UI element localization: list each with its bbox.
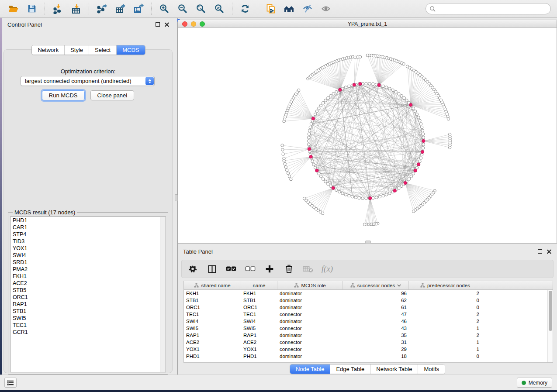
destroy-table-button[interactable] xyxy=(302,262,314,275)
table-cell: RAP1 xyxy=(241,333,277,338)
list-item[interactable]: ORC1 xyxy=(10,294,166,301)
tab-network[interactable]: Network xyxy=(32,45,65,55)
table-cell: YOX1 xyxy=(241,347,277,352)
list-item[interactable]: STB1 xyxy=(10,308,166,315)
optimization-criterion-select[interactable]: largest connected component (undirected) xyxy=(21,76,155,86)
add-column-button[interactable] xyxy=(264,262,275,275)
deselect-all-rows-button[interactable] xyxy=(245,262,256,275)
tab-motifs[interactable]: Motifs xyxy=(418,364,445,374)
list-item[interactable]: TID3 xyxy=(10,238,166,245)
list-item[interactable]: STP4 xyxy=(10,231,166,238)
column-header-successor-nodes[interactable]: successor nodes xyxy=(343,281,409,289)
zoom-selected-button[interactable] xyxy=(211,1,227,16)
sort-chevron-icon xyxy=(397,284,401,287)
close-panel-icon[interactable] xyxy=(164,22,170,27)
show-details-button[interactable] xyxy=(318,1,334,16)
show-panels-menu-button[interactable] xyxy=(4,378,17,388)
clone-network-button[interactable] xyxy=(263,1,279,16)
column-namespace-icon xyxy=(194,283,199,288)
list-item[interactable]: ACE2 xyxy=(10,280,166,287)
vertical-splitter[interactable] xyxy=(175,18,178,375)
tab-select[interactable]: Select xyxy=(89,45,117,55)
save-icon xyxy=(27,4,37,14)
show-column-pane-button[interactable] xyxy=(206,262,218,275)
search-input[interactable] xyxy=(436,4,550,13)
list-item[interactable]: SWI5 xyxy=(10,315,166,322)
mcds-result-list[interactable]: PHD1CAR1STP4TID3YOX1SWI4SRD1PMA2FKH1ACE2… xyxy=(10,217,166,372)
mcds-result-group: MCDS result (17 nodes) PHD1CAR1STP4TID3Y… xyxy=(8,212,168,375)
refresh-button[interactable] xyxy=(237,1,253,16)
binoculars-button[interactable] xyxy=(281,1,297,16)
table-cell: 96 xyxy=(343,291,409,296)
export-network-button[interactable] xyxy=(94,1,110,16)
list-item[interactable]: CAR1 xyxy=(10,224,166,231)
table-row[interactable]: PHD1PHD1dominator180 xyxy=(184,353,553,360)
table-row[interactable]: TEC1TEC1connector472 xyxy=(184,311,553,318)
network-window-titlebar[interactable]: YPA_prune.txt_1 xyxy=(178,20,557,28)
float-window-icon[interactable] xyxy=(156,22,160,27)
list-item[interactable]: SRD1 xyxy=(10,259,166,266)
open-folder-button[interactable] xyxy=(6,1,21,16)
table-cell: 31 xyxy=(343,340,409,345)
zoom-fit-button[interactable] xyxy=(193,1,209,16)
network-view-window: YPA_prune.txt_1 xyxy=(178,20,557,244)
network-canvas[interactable] xyxy=(178,28,557,243)
close-panel-icon[interactable] xyxy=(547,249,552,254)
table-scrollbar-thumb[interactable] xyxy=(549,291,552,331)
run-mcds-button[interactable]: Run MCDS xyxy=(42,90,85,100)
list-item[interactable]: PMA2 xyxy=(10,266,166,273)
table-row[interactable]: RAP1RAP1dominator352 xyxy=(184,332,553,339)
list-item[interactable]: STB5 xyxy=(10,287,166,294)
list-item[interactable]: PHD1 xyxy=(10,217,166,224)
tab-mcds[interactable]: MCDS xyxy=(117,45,145,55)
import-table-button[interactable] xyxy=(68,1,84,16)
list-item[interactable]: GCR1 xyxy=(10,329,166,336)
list-item[interactable]: RAP1 xyxy=(10,301,166,308)
float-window-icon[interactable] xyxy=(538,249,542,254)
destroy-table-icon xyxy=(303,265,313,273)
save-button[interactable] xyxy=(24,1,40,16)
table-row[interactable]: SWI4SWI4dominator462 xyxy=(184,318,553,325)
table-row[interactable]: ORC1ORC1dominator610 xyxy=(184,304,553,311)
toolbar-separator xyxy=(258,3,258,15)
hide-graphics-details-button[interactable] xyxy=(300,1,315,16)
delete-column-button[interactable] xyxy=(283,262,294,275)
table-row[interactable]: YOX1YOX1connector291 xyxy=(184,346,553,353)
table-cell: 1 xyxy=(409,340,481,345)
export-table-button[interactable] xyxy=(112,1,128,16)
list-item[interactable]: FKH1 xyxy=(10,273,166,280)
function-builder-button[interactable]: f(x) xyxy=(322,262,333,275)
table-row[interactable]: FKH1FKH1dominator962 xyxy=(184,290,553,297)
tab-node-table[interactable]: Node Table xyxy=(290,364,331,374)
table-row[interactable]: SWI5SWI5connector431 xyxy=(184,325,553,332)
tab-style[interactable]: Style xyxy=(65,45,89,55)
column-header-shared-name[interactable]: shared name xyxy=(184,281,241,289)
search-field[interactable] xyxy=(426,3,551,14)
tab-network-table[interactable]: Network Table xyxy=(370,364,418,374)
table-row[interactable]: ACE2ACE2connector311 xyxy=(184,339,553,346)
table-row[interactable]: STB1STB1dominator620 xyxy=(184,297,553,304)
close-panel-button[interactable]: Close panel xyxy=(90,90,135,100)
table-cell: SWI5 xyxy=(241,326,277,331)
table-scrollbar-track[interactable] xyxy=(547,290,553,362)
list-item[interactable]: TEC1 xyxy=(10,322,166,329)
memory-button[interactable]: Memory xyxy=(517,378,552,388)
list-scrollbar-track[interactable] xyxy=(160,217,166,372)
column-header-predecessor-nodes[interactable]: predecessor nodes xyxy=(409,281,481,289)
export-image-button[interactable] xyxy=(131,1,146,16)
list-item[interactable]: YOX1 xyxy=(10,245,166,252)
select-all-rows-button[interactable] xyxy=(225,262,237,275)
tab-edge-table[interactable]: Edge Table xyxy=(330,364,370,374)
select-stepper-icon xyxy=(145,77,154,85)
list-item[interactable]: SWI4 xyxy=(10,252,166,259)
horizontal-splitter-grip[interactable] xyxy=(365,241,371,244)
zoom-out-button[interactable] xyxy=(175,1,190,16)
table-settings-button[interactable] xyxy=(187,262,198,275)
column-header-MCDS-role[interactable]: MCDS role xyxy=(277,281,343,289)
column-namespace-icon xyxy=(294,283,299,288)
network-graph xyxy=(178,28,557,243)
column-header-name[interactable]: name xyxy=(241,281,277,289)
import-network-button[interactable] xyxy=(50,1,66,16)
splitter-grip[interactable] xyxy=(175,194,178,201)
zoom-in-button[interactable] xyxy=(156,1,172,16)
